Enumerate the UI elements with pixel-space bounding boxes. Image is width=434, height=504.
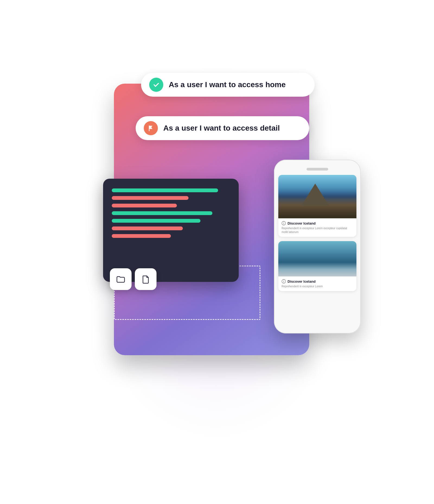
- sky-image: [278, 241, 356, 276]
- phone-card-2-body: Discover Iceland Reprehenderit in except…: [278, 276, 356, 291]
- check-icon: [152, 81, 160, 89]
- folder-icon: [115, 274, 126, 285]
- mountain-peak-shape: [302, 184, 329, 205]
- phone-card-1-title-row: Discover Iceland: [282, 221, 353, 225]
- main-scene: As a user I want to access home As a use…: [81, 62, 353, 442]
- flag-icon: [147, 125, 154, 132]
- story-detail-text: As a user I want to access detail: [163, 124, 280, 133]
- phone-card-iceland-2[interactable]: Discover Iceland Reprehenderit in except…: [278, 241, 356, 291]
- svg-point-2: [283, 223, 284, 224]
- file-icons-group: [110, 268, 157, 290]
- flag-icon-container: [144, 121, 158, 135]
- code-line-7: [112, 234, 171, 238]
- compass-icon-1: [282, 221, 286, 225]
- phone-card-1-title: Discover Iceland: [288, 221, 315, 225]
- phone-card-1-desc: Reprehenderit in excepteur Lorem excepte…: [282, 226, 353, 234]
- phone-card-1-body: Discover Iceland Reprehenderit in except…: [278, 218, 356, 237]
- phone-content: Discover Iceland Reprehenderit in except…: [274, 175, 361, 333]
- code-editor-panel: [103, 179, 239, 282]
- phone-card-iceland-1[interactable]: Discover Iceland Reprehenderit in except…: [278, 175, 356, 237]
- compass-icon-2: [282, 279, 286, 284]
- mountain-image: [278, 175, 356, 218]
- code-line-6: [112, 226, 183, 230]
- check-icon-container: [149, 78, 163, 92]
- file-icon-box[interactable]: [135, 268, 157, 290]
- story-home-text: As a user I want to access home: [169, 80, 286, 89]
- svg-point-6: [283, 281, 284, 282]
- code-line-1: [112, 188, 218, 192]
- code-line-2: [112, 196, 189, 200]
- file-icon: [140, 274, 151, 285]
- phone-mockup: Discover Iceland Reprehenderit in except…: [274, 160, 361, 333]
- phone-card-2-title-row: Discover Iceland: [282, 279, 353, 284]
- code-line-4: [112, 211, 212, 215]
- story-card-home[interactable]: As a user I want to access home: [141, 73, 315, 97]
- folder-icon-box[interactable]: [110, 268, 132, 290]
- phone-notch: [307, 168, 328, 171]
- code-line-5: [112, 219, 200, 223]
- phone-card-2-desc: Reprehenderit in excepteur Lorem: [282, 285, 353, 288]
- phone-card-2-title: Discover Iceland: [288, 279, 315, 284]
- code-line-3: [112, 204, 177, 207]
- story-card-detail[interactable]: As a user I want to access detail: [136, 116, 309, 140]
